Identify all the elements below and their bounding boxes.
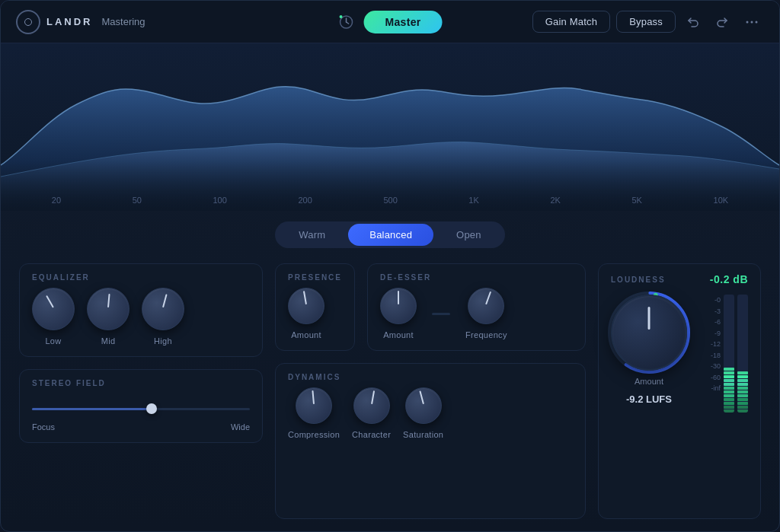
preset-balanced-button[interactable]: Balanced [348, 224, 433, 246]
logo-subtitle: Mastering [102, 16, 145, 27]
stereo-label: STEREO FIELD [32, 379, 250, 387]
logo-area: LANDR Mastering [16, 10, 145, 34]
eq-mid-label: Mid [101, 336, 116, 346]
vu-left-fill [724, 324, 734, 413]
vu-label-12: -12 [699, 340, 721, 348]
eq-low-item: Low [32, 288, 75, 346]
freq-500: 500 [383, 196, 397, 205]
vu-label-6: -6 [699, 318, 721, 326]
presence-amount-knob[interactable] [288, 288, 324, 324]
loudness-knob-wrap [611, 295, 687, 371]
vu-right-fill [737, 330, 748, 413]
deesser-freq-item: Frequency [465, 288, 507, 339]
equalizer-knobs: Low Mid High [32, 288, 250, 346]
loudness-knob-container: Amount -9.2 LUFS [611, 295, 687, 405]
eq-low-knob[interactable] [32, 288, 75, 330]
stereo-wide-label: Wide [231, 422, 250, 432]
header-center: Master [338, 11, 443, 33]
undo-button[interactable] [682, 12, 705, 32]
presence-label: PRESENCE [288, 273, 342, 282]
eq-mid-knob[interactable] [87, 288, 129, 330]
deesser-label: DE-ESSER [380, 273, 573, 282]
svg-point-5 [751, 21, 753, 23]
presence-amount-label: Amount [291, 330, 321, 339]
freq-1k: 1K [468, 196, 478, 205]
gain-match-button[interactable]: Gain Match [532, 11, 610, 33]
stereo-slider-fill [32, 408, 152, 410]
svg-point-6 [756, 21, 758, 23]
vu-label-inf: -inf [699, 384, 721, 392]
stereo-slider-labels: Focus Wide [32, 422, 250, 432]
spectrum-area: 20 50 100 200 500 1K 2K 5K 10K [1, 43, 779, 211]
vu-left-channel [724, 295, 734, 413]
lufs-reading: -9.2 LUFS [626, 393, 672, 405]
character-knob[interactable] [353, 387, 390, 424]
bypass-button[interactable]: Bypass [616, 11, 676, 33]
header: LANDR Mastering Master Gain Match Bypass [1, 1, 779, 43]
stereo-focus-label: Focus [32, 422, 55, 432]
vu-right-channel [737, 295, 748, 413]
vu-labels: -0 -3 -6 -9 -12 -18 -30 -60 -inf [699, 295, 721, 393]
vu-label-60: -60 [699, 374, 721, 381]
deesser-knobs: Amount Frequency [380, 288, 573, 339]
app-container: LANDR Mastering Master Gain Match Bypass [0, 0, 780, 532]
stereo-slider-track[interactable] [32, 408, 250, 410]
logo-text: LANDR [46, 16, 93, 27]
deesser-amount-knob[interactable] [380, 288, 417, 324]
vu-label-9: -9 [699, 330, 721, 337]
clock-icon [338, 14, 355, 30]
presence-amount-item: Amount [288, 288, 324, 339]
freq-2k: 2K [550, 196, 560, 205]
svg-line-3 [347, 22, 349, 24]
compression-knob[interactable] [296, 387, 332, 424]
eq-high-knob[interactable] [142, 288, 184, 330]
logo-inner-circle [24, 18, 32, 26]
saturation-item: Saturation [403, 387, 443, 439]
master-button[interactable]: Master [364, 11, 443, 33]
middle-column: PRESENCE Amount DE-ESSER Amount [263, 263, 598, 519]
controls-area: EQUALIZER Low Mid High [1, 256, 779, 531]
dynamics-section: DYNAMICS Compression Character Saturatio… [275, 363, 586, 519]
freq-labels: 20 50 100 200 500 1K 2K 5K 10K [1, 196, 779, 205]
dynamics-label: DYNAMICS [288, 373, 573, 381]
saturation-knob[interactable] [405, 387, 442, 424]
spectrum-svg [1, 43, 779, 211]
freq-100: 100 [213, 196, 226, 205]
vu-label-3: -3 [699, 307, 721, 315]
loudness-knob[interactable] [611, 295, 687, 371]
vu-label-18: -18 [699, 352, 721, 359]
loudness-section: LOUDNESS -0.2 dB [598, 263, 761, 519]
loudness-amount-label: Amount [635, 377, 663, 386]
stereo-slider-thumb[interactable] [146, 403, 157, 414]
saturation-label: Saturation [403, 430, 443, 439]
preset-warm-button[interactable]: Warm [277, 224, 347, 246]
character-item: Character [352, 387, 391, 439]
freq-20: 20 [52, 196, 61, 205]
preset-open-button[interactable]: Open [435, 224, 503, 246]
freq-10k: 10K [714, 196, 729, 205]
compression-item: Compression [288, 387, 340, 439]
compression-label: Compression [288, 430, 340, 439]
loudness-main: Amount -9.2 LUFS -0 -3 -6 -9 -12 -18 -30 [611, 295, 748, 508]
presence-knobs: Amount [288, 288, 342, 339]
eq-high-item: High [142, 288, 184, 346]
vu-label-30: -30 [699, 362, 721, 370]
dynamics-knobs: Compression Character Saturation [288, 387, 573, 439]
equalizer-label: EQUALIZER [32, 273, 250, 282]
vu-meter-area: -0 -3 -6 -9 -12 -18 -30 -60 -inf [699, 295, 748, 413]
deesser-amount-label: Amount [383, 330, 414, 339]
eq-high-label: High [154, 336, 172, 346]
right-column: LOUDNESS -0.2 dB [598, 263, 761, 519]
header-right: Gain Match Bypass [532, 11, 764, 33]
logo-icon [16, 10, 40, 34]
vu-label-0: -0 [699, 296, 721, 304]
character-label: Character [352, 430, 391, 439]
svg-point-4 [746, 21, 749, 23]
freq-50: 50 [133, 196, 142, 205]
deesser-freq-knob[interactable] [468, 288, 504, 324]
equalizer-section: EQUALIZER Low Mid High [19, 263, 263, 357]
eq-mid-item: Mid [87, 288, 129, 346]
eq-low-label: Low [45, 336, 61, 346]
more-options-button[interactable] [740, 12, 764, 32]
redo-button[interactable] [711, 12, 734, 32]
